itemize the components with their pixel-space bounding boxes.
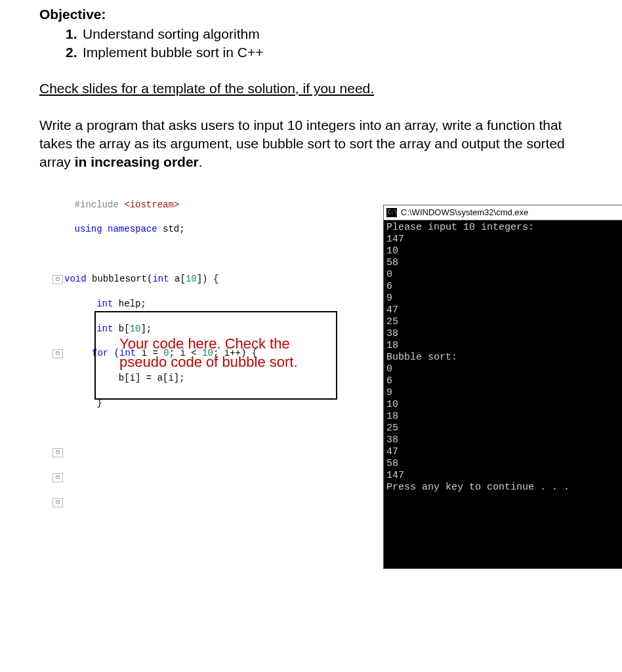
code-line: using namespace std; xyxy=(52,223,394,236)
figure-area: #include <iostream> using namespace std;… xyxy=(52,186,583,580)
console-line: 58 xyxy=(386,257,622,269)
objective-heading: Objective: xyxy=(39,7,583,22)
console-body: Please input 10 integers: 147 10 58 0 6 … xyxy=(384,220,622,495)
fold-icon: ⊟ xyxy=(52,473,63,482)
code-line xyxy=(52,521,394,534)
console-line: Please input 10 integers: xyxy=(386,222,622,234)
console-line: 38 xyxy=(386,328,622,340)
console-line: 25 xyxy=(386,423,622,434)
console-line: 38 xyxy=(386,434,622,446)
code-line xyxy=(52,248,394,261)
code-line: ⊟ xyxy=(52,446,394,459)
console-line: 0 xyxy=(386,364,622,375)
code-line: #include <iostream> xyxy=(52,199,394,211)
console-window: C:\. C:\WINDOWS\system32\cmd.exe Please … xyxy=(383,205,622,569)
console-titlebar: C:\. C:\WINDOWS\system32\cmd.exe xyxy=(384,205,622,220)
console-line: 47 xyxy=(386,304,622,316)
assignment-text: Write a program that asks users to input… xyxy=(39,116,583,172)
code-line: ⊟void bubblesort(int a[10]) { xyxy=(52,273,394,285)
list-text: Implement bubble sort in C++ xyxy=(83,43,263,62)
console-line: 10 xyxy=(386,399,622,411)
code-line xyxy=(52,570,394,583)
list-number: 2. xyxy=(66,43,83,62)
fold-icon: ⊟ xyxy=(52,275,63,284)
console-line: 6 xyxy=(386,281,622,293)
console-line: 25 xyxy=(386,316,622,328)
body-part2: . xyxy=(199,154,203,169)
fold-icon: ⊟ xyxy=(52,448,63,457)
console-line: 47 xyxy=(386,446,622,458)
console-line: 147 xyxy=(386,470,622,482)
list-item: 1. Understand sorting algorithm xyxy=(66,25,583,43)
cmd-icon: C:\. xyxy=(386,208,397,217)
code-line xyxy=(52,422,394,434)
code-line: int help; xyxy=(52,298,394,310)
console-line: 58 xyxy=(386,458,622,470)
slides-note: Check slides for a template of the solut… xyxy=(39,81,583,96)
console-line: 18 xyxy=(386,411,622,423)
callout-line: pseudo code of bubble sort. xyxy=(119,353,323,372)
console-line: 0 xyxy=(386,269,622,281)
list-text: Understand sorting algorithm xyxy=(83,25,260,43)
console-title: C:\WINDOWS\system32\cmd.exe xyxy=(401,207,528,217)
code-line xyxy=(52,546,394,558)
code-line: ⊟ xyxy=(52,471,394,484)
code-line xyxy=(52,595,394,600)
fold-icon: ⊟ xyxy=(52,349,63,358)
objective-list: 1. Understand sorting algorithm 2. Imple… xyxy=(66,25,583,62)
code-line: ⊟ xyxy=(52,496,394,509)
console-line: 9 xyxy=(386,293,622,304)
body-bold: in increasing order xyxy=(75,154,199,169)
console-line: 6 xyxy=(386,375,622,387)
console-line: Press any key to continue . . . xyxy=(386,482,622,494)
console-line: 9 xyxy=(386,387,622,399)
list-number: 1. xyxy=(66,25,83,43)
console-line: 10 xyxy=(386,245,622,257)
console-line: 18 xyxy=(386,340,622,352)
code-placeholder-callout: Your code here. Check the pseudo code of… xyxy=(94,311,337,400)
console-line: 147 xyxy=(386,234,622,245)
list-item: 2. Implement bubble sort in C++ xyxy=(66,43,583,62)
console-line: Bubble sort: xyxy=(386,352,622,364)
fold-icon: ⊟ xyxy=(52,498,63,507)
callout-line: Your code here. Check the xyxy=(119,335,323,354)
